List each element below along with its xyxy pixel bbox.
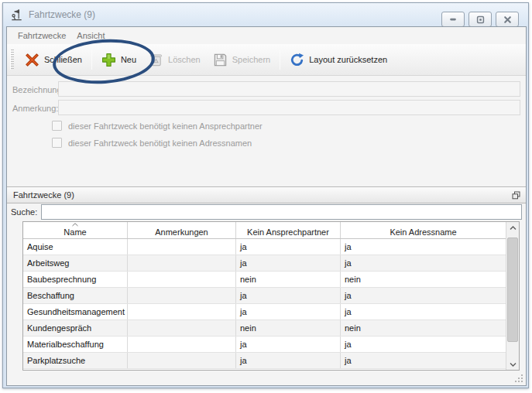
minimize-button[interactable] <box>441 12 465 27</box>
table-row[interactable]: Baubesprechnung nein nein <box>23 272 506 288</box>
restore-icon <box>476 15 485 24</box>
panel-title: Fahrtzwecke (9) <box>13 190 74 200</box>
toolbar-separator <box>280 50 280 70</box>
table-row[interactable]: Materialbeschaffung ja ja <box>23 337 506 353</box>
table-header-row: Name Anmerkungen Kein Ansprechpartner Ke… <box>23 222 506 239</box>
neu-label: Neu <box>121 55 136 64</box>
floppy-disk-icon <box>213 53 228 67</box>
layout-zuruecksetzen-button[interactable]: Layout zurücksetzen <box>283 49 393 71</box>
float-window-icon <box>512 191 520 200</box>
schliessen-button[interactable]: Schließen <box>19 49 88 71</box>
scroll-up-button[interactable] <box>506 222 519 234</box>
layout-zuruecksetzen-label: Layout zurücksetzen <box>309 55 387 64</box>
kein-ansprechpartner-checkbox[interactable] <box>52 121 62 131</box>
search-input[interactable] <box>41 204 522 220</box>
kein-adressname-checkbox[interactable] <box>52 138 62 148</box>
window-content: Fahrtzwecke Ansicht Schließen Neu <box>6 26 527 386</box>
anmerkung-input[interactable] <box>58 100 520 115</box>
float-window-button[interactable] <box>510 190 521 200</box>
toolbar: Schließen Neu Löschen <box>7 44 526 76</box>
restore-button[interactable] <box>469 12 492 27</box>
loeschen-button[interactable]: Löschen <box>142 49 207 71</box>
kein-adressname-checkbox-label: dieser Fahrtzweck benötigt keinen Adress… <box>68 138 252 148</box>
chevron-up-icon <box>510 226 517 231</box>
table-row[interactable]: Beschaffung ja ja <box>23 288 506 304</box>
table-main: Name Anmerkungen Kein Ansprechpartner Ke… <box>23 222 506 370</box>
menu-ansicht[interactable]: Ansicht <box>71 29 110 43</box>
title-bar[interactable]: Fahrtzwecke (9) <box>3 3 528 26</box>
chevron-down-icon <box>510 362 517 367</box>
column-header-kein-adressname[interactable]: Kein Adressname <box>341 222 506 238</box>
toolbar-grip-handle[interactable] <box>10 50 14 70</box>
panel-header[interactable]: Fahrtzwecke (9) <box>7 186 526 203</box>
window-title: Fahrtzwecke (9) <box>29 9 95 20</box>
speichern-label: Speichern <box>232 55 271 64</box>
toolbar-separator <box>91 50 92 70</box>
column-header-name[interactable]: Name <box>23 222 128 238</box>
table-row[interactable]: Arbeitsweg ja ja <box>23 255 506 272</box>
bezeichnung-label: Bezeichnung: <box>12 85 64 94</box>
loeschen-label: Löschen <box>168 55 201 64</box>
vertical-scrollbar[interactable] <box>506 222 519 370</box>
resize-grip[interactable] <box>514 374 523 383</box>
scroll-down-button[interactable] <box>506 358 519 370</box>
minimize-icon <box>449 15 457 23</box>
close-icon <box>503 15 512 24</box>
close-button[interactable] <box>496 12 519 27</box>
app-signpost-icon <box>10 9 23 22</box>
sort-ascending-icon <box>72 223 79 227</box>
app-window: Fahrtzwecke (9) Fahrtzw <box>2 2 529 388</box>
table-row[interactable]: Kundengespräch nein nein <box>23 320 506 337</box>
plus-green-icon <box>101 53 116 67</box>
kein-ansprechpartner-checkbox-label: dieser Fahrtzweck benötigt keinen Anspre… <box>68 121 263 131</box>
neu-button[interactable]: Neu <box>95 49 142 71</box>
speichern-button[interactable]: Speichern <box>207 49 277 71</box>
schliessen-label: Schließen <box>44 55 82 64</box>
anmerkung-label: Anmerkung: <box>12 104 58 113</box>
scrollbar-thumb[interactable] <box>507 238 518 342</box>
table-row[interactable]: Gesundheitsmanagement ja ja <box>23 304 506 320</box>
fahrtzwecke-table: Name Anmerkungen Kein Ansprechpartner Ke… <box>22 221 520 371</box>
menu-bar: Fahrtzwecke Ansicht <box>7 27 526 44</box>
close-x-red-icon <box>25 53 39 67</box>
table-row[interactable]: Aquise ja ja <box>23 239 506 255</box>
column-header-anmerkungen[interactable]: Anmerkungen <box>128 222 236 238</box>
table-row[interactable]: Parkplatzsuche ja ja <box>23 353 506 369</box>
search-label: Suche: <box>11 207 37 217</box>
window-controls <box>441 12 519 27</box>
bezeichnung-input[interactable] <box>58 81 520 97</box>
column-header-kein-ansprechpartner[interactable]: Kein Ansprechpartner <box>236 222 341 238</box>
menu-fahrtzwecke[interactable]: Fahrtzwecke <box>12 29 71 43</box>
refresh-blue-icon <box>290 53 304 67</box>
trash-icon <box>149 53 163 67</box>
